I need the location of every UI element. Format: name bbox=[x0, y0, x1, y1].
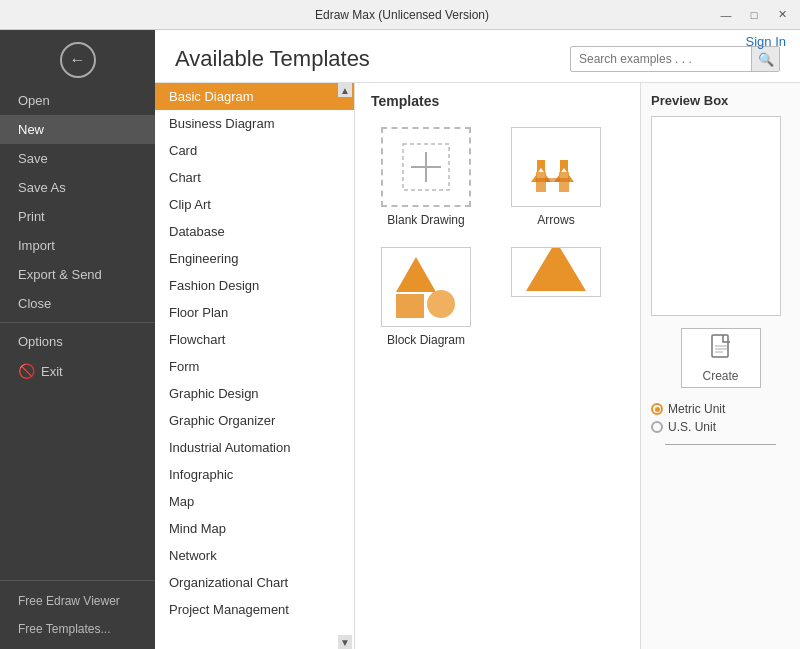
category-item-graphic-organizer[interactable]: Graphic Organizer bbox=[155, 407, 354, 434]
preview-divider bbox=[665, 444, 776, 445]
template-partial[interactable] bbox=[501, 247, 611, 347]
us-label: U.S. Unit bbox=[668, 420, 716, 434]
category-item-flowchart[interactable]: Flowchart bbox=[155, 326, 354, 353]
category-item-network[interactable]: Network bbox=[155, 542, 354, 569]
unit-options: Metric Unit U.S. Unit bbox=[651, 402, 790, 434]
category-item-fashion-design[interactable]: Fashion Design bbox=[155, 272, 354, 299]
category-item-clip-art[interactable]: Clip Art bbox=[155, 191, 354, 218]
create-btn-area: Create bbox=[651, 328, 790, 388]
sidebar: ← Open New Save Save As Print Import Exp… bbox=[0, 30, 155, 649]
sign-in-area: Sign In bbox=[732, 30, 800, 53]
category-item-form[interactable]: Form bbox=[155, 353, 354, 380]
sidebar-footer: Free Edraw Viewer Free Templates... bbox=[0, 580, 155, 649]
preview-title: Preview Box bbox=[651, 93, 790, 108]
sidebar-item-save-as[interactable]: Save As bbox=[0, 173, 155, 202]
metric-radio-dot bbox=[655, 407, 660, 412]
page-title: Available Templates bbox=[175, 46, 370, 72]
sidebar-item-print[interactable]: Print bbox=[0, 202, 155, 231]
us-unit-option[interactable]: U.S. Unit bbox=[651, 420, 790, 434]
content-area: ▲ Basic DiagramBusiness DiagramCardChart… bbox=[155, 83, 800, 649]
category-item-database[interactable]: Database bbox=[155, 218, 354, 245]
sidebar-item-open[interactable]: Open bbox=[0, 86, 155, 115]
category-item-industrial-automation[interactable]: Industrial Automation bbox=[155, 434, 354, 461]
template-arrows[interactable]: Arrows bbox=[501, 127, 611, 227]
category-item-graphic-design[interactable]: Graphic Design bbox=[155, 380, 354, 407]
sidebar-item-free-templates[interactable]: Free Templates... bbox=[0, 615, 155, 643]
title-bar: Edraw Max (Unlicensed Version) — □ ✕ bbox=[0, 0, 800, 30]
category-item-floor-plan[interactable]: Floor Plan bbox=[155, 299, 354, 326]
arrows-thumb bbox=[511, 127, 601, 207]
templates-panel: Templates Blank Drawing bbox=[355, 83, 640, 649]
templates-header: Templates bbox=[371, 93, 624, 115]
app-title: Edraw Max (Unlicensed Version) bbox=[88, 8, 716, 22]
us-radio[interactable] bbox=[651, 421, 663, 433]
metric-unit-option[interactable]: Metric Unit bbox=[651, 402, 790, 416]
category-item-project-management[interactable]: Project Management bbox=[155, 596, 354, 623]
preview-panel: Preview Box bbox=[640, 83, 800, 649]
category-item-business-diagram[interactable]: Business Diagram bbox=[155, 110, 354, 137]
sidebar-divider bbox=[0, 322, 155, 323]
create-label: Create bbox=[702, 369, 738, 383]
templates-grid: Blank Drawing bbox=[371, 127, 624, 347]
arrows-label: Arrows bbox=[537, 213, 574, 227]
create-button[interactable]: Create bbox=[681, 328, 761, 388]
sidebar-item-import[interactable]: Import bbox=[0, 231, 155, 260]
preview-box bbox=[651, 116, 781, 316]
category-scroll-up[interactable]: ▲ bbox=[338, 83, 352, 97]
category-item-map[interactable]: Map bbox=[155, 488, 354, 515]
document-icon bbox=[710, 334, 732, 365]
blank-label: Blank Drawing bbox=[387, 213, 464, 227]
category-item-card[interactable]: Card bbox=[155, 137, 354, 164]
sidebar-item-options[interactable]: Options bbox=[0, 327, 155, 356]
blank-thumb bbox=[381, 127, 471, 207]
sidebar-item-free-viewer[interactable]: Free Edraw Viewer bbox=[0, 587, 155, 615]
partial-thumb bbox=[511, 247, 601, 297]
category-scroll-down[interactable]: ▼ bbox=[338, 635, 352, 649]
block-thumb bbox=[381, 247, 471, 327]
category-panel: ▲ Basic DiagramBusiness DiagramCardChart… bbox=[155, 83, 355, 649]
sidebar-item-export[interactable]: Export & Send bbox=[0, 260, 155, 289]
sidebar-item-save[interactable]: Save bbox=[0, 144, 155, 173]
window-controls: — □ ✕ bbox=[716, 5, 792, 25]
metric-label: Metric Unit bbox=[668, 402, 725, 416]
maximize-button[interactable]: □ bbox=[744, 5, 764, 25]
svg-rect-7 bbox=[536, 178, 569, 182]
sidebar-item-exit[interactable]: 🚫 Exit bbox=[0, 356, 155, 386]
close-button[interactable]: ✕ bbox=[772, 5, 792, 25]
sidebar-item-close[interactable]: Close bbox=[0, 289, 155, 318]
search-input[interactable] bbox=[571, 52, 751, 66]
sidebar-menu: Open New Save Save As Print Import Expor… bbox=[0, 86, 155, 580]
sign-in-link[interactable]: Sign In bbox=[746, 34, 786, 49]
exit-icon: 🚫 bbox=[18, 363, 35, 379]
template-block-diagram[interactable]: Block Diagram bbox=[371, 247, 481, 347]
svg-marker-8 bbox=[396, 257, 436, 292]
category-item-chart[interactable]: Chart bbox=[155, 164, 354, 191]
svg-rect-9 bbox=[396, 294, 424, 318]
main-header: Available Templates 🔍 bbox=[155, 30, 800, 83]
category-item-engineering[interactable]: Engineering bbox=[155, 245, 354, 272]
svg-marker-11 bbox=[526, 247, 586, 291]
sidebar-item-new[interactable]: New bbox=[0, 115, 155, 144]
template-blank[interactable]: Blank Drawing bbox=[371, 127, 481, 227]
metric-radio[interactable] bbox=[651, 403, 663, 415]
minimize-button[interactable]: — bbox=[716, 5, 736, 25]
category-item-basic-diagram[interactable]: Basic Diagram bbox=[155, 83, 354, 110]
category-item-organizational-chart[interactable]: Organizational Chart bbox=[155, 569, 354, 596]
back-button[interactable]: ← bbox=[60, 42, 96, 78]
category-list: Basic DiagramBusiness DiagramCardChartCl… bbox=[155, 83, 354, 623]
category-item-mind-map[interactable]: Mind Map bbox=[155, 515, 354, 542]
main-area: Available Templates 🔍 ▲ Basic DiagramBus… bbox=[155, 30, 800, 649]
block-label: Block Diagram bbox=[387, 333, 465, 347]
sidebar-top: ← bbox=[0, 30, 155, 86]
svg-point-10 bbox=[427, 290, 455, 318]
category-item-infographic[interactable]: Infographic bbox=[155, 461, 354, 488]
